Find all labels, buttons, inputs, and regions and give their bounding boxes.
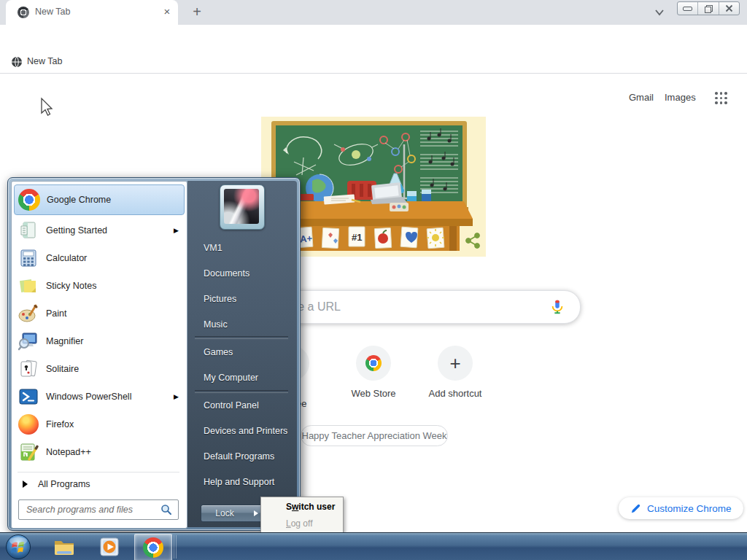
chevron-down-icon[interactable]: [652, 7, 667, 18]
doodle-chip[interactable]: Happy Teacher Appreciation Week: [301, 425, 448, 446]
divider: [195, 390, 288, 393]
powershell-icon: [17, 385, 40, 408]
start-item-pictures[interactable]: Pictures: [187, 290, 297, 308]
bookmarks-bar: New Tab: [0, 51, 747, 74]
desktop: New Tab × + ← → ★: [0, 0, 747, 560]
bookmark-new-tab[interactable]: New Tab: [27, 56, 62, 66]
plus-icon: +: [449, 352, 460, 375]
divider: [176, 535, 177, 559]
user-avatar[interactable]: [220, 184, 265, 230]
tab-new-tab[interactable]: New Tab ×: [6, 0, 178, 25]
start-item-default-programs[interactable]: Default Programs: [187, 448, 297, 465]
log-off-item[interactable]: Log off: [261, 515, 343, 532]
start-item-firefox[interactable]: Firefox: [14, 411, 183, 438]
arrow-right-icon: [254, 510, 258, 516]
all-programs[interactable]: All Programs: [14, 475, 183, 494]
submenu-arrow-icon: ▶: [174, 227, 179, 234]
paint-icon: [17, 302, 40, 325]
magnifier-icon: [17, 330, 40, 353]
start-orb[interactable]: [5, 534, 31, 560]
calculator-icon: [17, 246, 40, 270]
pencil-icon: [630, 503, 641, 514]
start-menu-programs: Google Chrome Getting Started ▶ Calculat…: [11, 181, 187, 529]
close-button[interactable]: [719, 2, 739, 15]
start-item-solitaire[interactable]: Solitaire: [14, 355, 183, 383]
minimize-button[interactable]: [678, 2, 698, 15]
browser-toolbar: ← → ★: [0, 25, 747, 51]
explorer-icon: [53, 537, 75, 556]
voice-search-icon[interactable]: [549, 299, 565, 315]
sticky-notes-icon: [17, 274, 40, 298]
start-item-calculator[interactable]: Calculator: [14, 244, 183, 272]
customize-chrome-button[interactable]: Customize Chrome: [619, 497, 743, 519]
images-link[interactable]: Images: [665, 92, 696, 103]
tab-title: New Tab: [35, 7, 70, 17]
start-item-devices-printers[interactable]: Devices and Printers: [187, 422, 297, 440]
chrome-icon: [18, 188, 41, 211]
tab-strip: New Tab × +: [0, 0, 747, 25]
window-controls: [677, 1, 740, 15]
power-menu: Switch user Log off: [260, 497, 344, 533]
customize-chrome-label: Customize Chrome: [647, 503, 732, 514]
shortcut-label: Add shortcut: [414, 388, 496, 399]
start-menu-places: VM1 Documents Pictures Music Games My Co…: [187, 181, 297, 527]
tab-close-icon[interactable]: ×: [160, 5, 174, 18]
start-search-box[interactable]: [18, 499, 179, 520]
start-item-getting-started[interactable]: Getting Started ▶: [14, 217, 183, 244]
globe-icon: [11, 56, 23, 68]
doodle-card-a-plus: A+: [300, 233, 313, 244]
restore-button[interactable]: [698, 2, 719, 15]
web-store-icon: [365, 355, 382, 371]
divider: [18, 472, 179, 472]
divider: [195, 336, 288, 339]
start-item-games[interactable]: Games: [187, 343, 297, 361]
start-item-paint[interactable]: Paint: [14, 300, 183, 327]
new-tab-button[interactable]: +: [188, 4, 206, 21]
start-item-documents[interactable]: Documents: [187, 265, 297, 282]
mouse-cursor: [39, 97, 54, 117]
doodle-card-number-one: #1: [352, 232, 362, 243]
start-item-sticky-notes[interactable]: Sticky Notes: [14, 272, 183, 300]
taskbar-explorer-button[interactable]: [48, 534, 80, 560]
start-item-user[interactable]: VM1: [187, 239, 297, 257]
start-item-control-panel[interactable]: Control Panel: [187, 397, 297, 414]
notepad-plus-plus-icon: [17, 440, 40, 464]
all-programs-arrow-icon: [23, 481, 28, 488]
getting-started-icon: [17, 219, 40, 242]
start-item-google-chrome[interactable]: Google Chrome: [14, 184, 185, 215]
firefox-icon: [17, 413, 40, 436]
shortcut-label: Web Store: [333, 388, 414, 399]
submenu-arrow-icon: ▶: [174, 393, 179, 400]
search-icon: [160, 504, 172, 516]
gmail-link[interactable]: Gmail: [629, 92, 654, 103]
media-player-icon: [99, 537, 120, 557]
lock-button[interactable]: Lock: [201, 505, 249, 522]
start-item-my-computer[interactable]: My Computer: [187, 369, 297, 386]
start-item-help-support[interactable]: Help and Support: [187, 473, 297, 491]
start-item-music[interactable]: Music: [187, 316, 297, 333]
start-item-magnifier[interactable]: Magnifier: [14, 327, 183, 355]
taskbar-chrome-button[interactable]: [134, 534, 172, 560]
apps-grid-icon[interactable]: [715, 92, 727, 104]
divider: [174, 535, 174, 559]
tab-favicon-icon: [18, 7, 29, 18]
start-item-powershell[interactable]: Windows PowerShell ▶: [14, 383, 183, 411]
switch-user-item[interactable]: Switch user: [261, 498, 343, 515]
start-search-input[interactable]: [25, 504, 159, 516]
shortcut-tile-web-store[interactable]: Web Store: [333, 343, 414, 399]
start-menu: Google Chrome Getting Started ▶ Calculat…: [7, 177, 301, 531]
taskbar: 12:57 PM 5/3/2022: [0, 532, 747, 560]
start-item-notepad[interactable]: Notepad++: [14, 438, 183, 466]
user-avatar-image: [224, 189, 259, 224]
taskbar-media-player-button[interactable]: [93, 534, 125, 560]
solitaire-icon: [17, 357, 40, 381]
shortcut-tile-add[interactable]: + Add shortcut: [414, 343, 496, 399]
chrome-icon: [143, 537, 163, 558]
